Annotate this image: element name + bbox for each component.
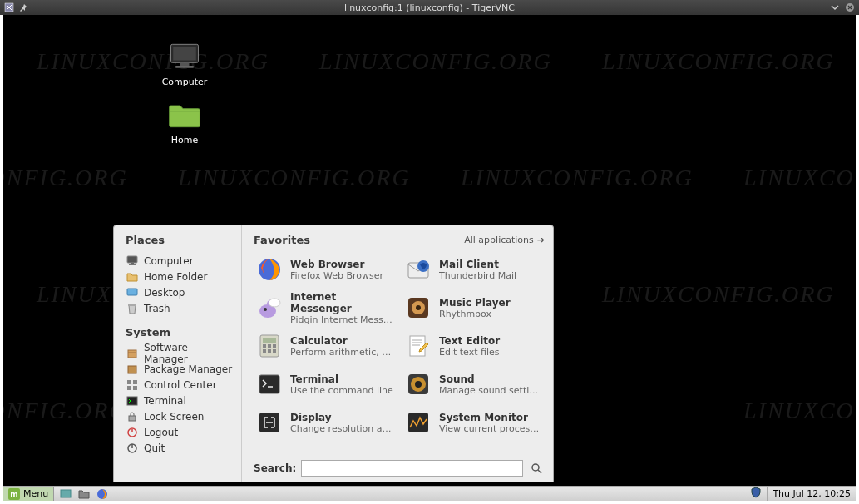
watermark: LINUXCONFIG.ORG [743,165,859,191]
places-item-desktop[interactable]: Desktop [126,284,234,300]
svg-rect-15 [127,386,131,390]
taskbar: m Menu Thu Jul 12, 10:25 [3,486,856,501]
system-item-lock-screen[interactable]: Lock Screen [126,408,234,424]
svg-point-42 [415,381,422,388]
svg-rect-13 [127,380,131,384]
svg-rect-12 [128,366,136,373]
package-icon [126,363,139,376]
svg-rect-10 [128,304,136,306]
places-item-trash[interactable]: Trash [126,300,234,316]
vnc-title-bar: linuxconfig:1 (linuxconfig) - TigerVNC [0,0,859,15]
system-heading: System [126,326,234,338]
favorite-text-editor[interactable]: Text EditorEdit text files [402,328,545,364]
fav-desc: View current processes ... [439,423,543,434]
power-icon [126,442,139,455]
desktop-icon-label: Home [151,135,218,146]
watermark: LINUXCONFIG.ORG [0,165,128,191]
fav-desc: Perform arithmetic, scie... [290,347,394,358]
favorite-terminal[interactable]: TerminalUse the command line [254,366,396,403]
search-input[interactable] [301,460,523,477]
menu-item-label: Logout [144,427,178,438]
window-title: linuxconfig:1 (linuxconfig) - TigerVNC [30,2,829,13]
text-editor-icon [404,332,432,360]
fav-title: Web Browser [290,259,383,270]
fav-desc: Firefox Web Browser [290,270,383,281]
svg-rect-9 [127,289,137,295]
fav-title: Internet Messenger [290,291,394,314]
mint-logo-icon: m [8,488,20,500]
firefox-icon [96,487,109,501]
svg-rect-4 [180,62,190,66]
minimize-button[interactable] [829,2,841,13]
firefox-icon [255,255,284,284]
pidgin-icon [255,294,284,322]
watermark: LINUXCONFIG.ORG [743,398,859,424]
fav-title: Calculator [290,335,394,347]
favorite-web-browser[interactable]: Web BrowserFirefox Web Browser [254,251,396,288]
favorite-system-monitor[interactable]: System MonitorView current processes ... [402,404,545,441]
system-item-package-manager[interactable]: Package Manager [126,361,234,377]
system-item-terminal[interactable]: Terminal [126,393,234,408]
system-item-control-center[interactable]: Control Center [126,377,234,393]
desktop[interactable]: LINUXCONFIG.ORG LINUXCONFIG.ORG LINUXCON… [3,15,856,486]
svg-rect-32 [263,344,266,348]
folder-icon [126,270,139,284]
system-item-logout[interactable]: Logout [126,424,234,440]
calculator-icon [255,332,284,360]
clock-label: Thu Jul 12, 10:25 [773,488,851,499]
places-heading: Places [126,234,234,246]
system-monitor-icon [404,408,432,437]
terminal-icon [126,394,139,408]
files-icon [77,487,91,501]
system-item-software-manager[interactable]: Software Manager [126,345,234,361]
tray-icon[interactable] [750,487,762,501]
fav-title: Music Player [439,297,511,309]
svg-point-25 [264,308,267,311]
start-menu: Places Computer Home Folder Desktop Tras… [113,225,554,482]
terminal-icon [255,370,284,398]
menu-button[interactable]: m Menu [3,487,54,501]
launcher-firefox[interactable] [96,487,109,501]
sound-icon [404,370,432,398]
fav-desc: Change resolution and p... [290,423,394,434]
places-item-home-folder[interactable]: Home Folder [126,269,234,284]
svg-rect-14 [133,380,137,384]
fav-title: System Monitor [439,412,543,423]
pin-icon[interactable] [18,2,30,13]
system-item-quit[interactable]: Quit [126,440,234,456]
svg-rect-34 [273,344,276,348]
fav-title: Sound [439,373,543,385]
favorite-sound[interactable]: SoundManage sound settings [402,366,545,403]
launcher-show-desktop[interactable] [59,487,72,501]
desktop-icon-home[interactable]: Home [151,98,218,146]
close-button[interactable] [844,2,856,13]
fav-desc: Manage sound settings [439,385,543,396]
clock[interactable]: Thu Jul 12, 10:25 [767,487,856,501]
svg-rect-33 [268,344,271,348]
all-applications-label: All applications [464,235,534,245]
favorite-display[interactable]: DisplayChange resolution and p... [254,404,396,441]
svg-rect-31 [263,338,276,343]
favorite-calculator[interactable]: CalculatorPerform arithmetic, scie... [254,328,396,364]
computer-icon [126,254,139,268]
favorite-mail-client[interactable]: Mail ClientThunderbird Mail [402,251,545,288]
show-desktop-icon [59,487,72,501]
svg-point-45 [532,464,539,471]
arrow-right-icon: ➔ [537,235,545,245]
trash-icon [126,302,139,315]
settings-icon [126,378,139,392]
svg-rect-17 [127,397,137,405]
search-icon [531,462,542,474]
desktop-icon-computer[interactable]: Computer [151,40,218,87]
desktop-icon [126,286,139,299]
all-applications-link[interactable]: All applications ➔ [464,235,545,245]
watermark: LINUXCONFIG.ORG [602,281,835,308]
search-button[interactable] [528,460,545,477]
places-item-computer[interactable]: Computer [126,253,234,269]
svg-rect-18 [129,416,136,421]
favorite-music-player[interactable]: Music PlayerRhythmbox [402,289,545,326]
favorite-internet-messenger[interactable]: Internet MessengerPidgin Internet Messen… [254,289,396,326]
svg-rect-11 [128,350,136,358]
menu-item-label: Desktop [144,287,185,299]
launcher-files[interactable] [77,487,91,501]
